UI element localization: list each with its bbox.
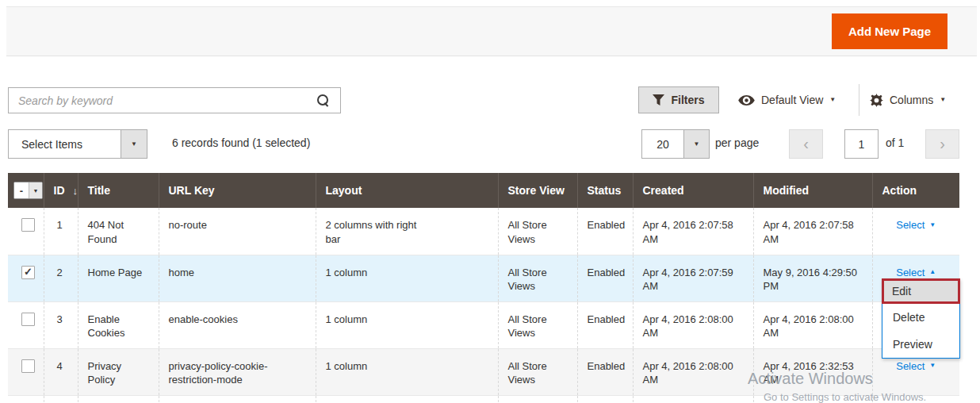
search-icon[interactable] <box>317 94 329 106</box>
row-action-menu: Edit Delete Preview <box>882 278 960 359</box>
chevron-up-icon: ▲ <box>929 269 936 275</box>
per-page-dropdown-button[interactable]: ▼ <box>683 130 709 158</box>
view-selector[interactable]: Default View ▼ <box>738 86 836 113</box>
cell-modified: May 9, 2016 4:29:50 PM <box>753 255 872 301</box>
table-row-selected: ✓ 2 Home Page home 1 column All Store Vi… <box>8 255 959 301</box>
row-action-select[interactable]: Select ▼ <box>882 218 951 232</box>
chevron-down-icon: ▼ <box>929 222 936 228</box>
cell-created: Apr 4, 2016 2:07:58 AM <box>633 208 753 255</box>
columns-selector[interactable]: Columns ▼ <box>870 86 946 113</box>
select-all-dropdown-button[interactable]: ▼ <box>29 182 42 198</box>
cell-layout: 2 columns with right bar <box>316 208 498 255</box>
cell-created: Apr 4, 2016 2:08:00 AM <box>633 348 753 395</box>
column-header-status[interactable]: Status <box>577 173 633 208</box>
filters-button[interactable]: Filters <box>638 86 719 113</box>
menu-item-edit[interactable]: Edit <box>882 278 960 304</box>
cell-store-view: All Store Views <box>498 301 577 348</box>
cell-status: Enabled <box>577 301 633 348</box>
menu-item-delete[interactable]: Delete <box>882 304 959 331</box>
chevron-down-icon: ▼ <box>694 141 700 148</box>
column-header-select-all: - ▼ <box>8 173 44 208</box>
chevron-right-icon: › <box>940 135 945 153</box>
cell-store-view: All Store Views <box>498 255 577 301</box>
per-page-select[interactable]: 20 ▼ <box>641 129 710 159</box>
cell-id: 1 <box>44 208 78 255</box>
column-header-modified[interactable]: Modified <box>753 173 872 208</box>
activate-windows-hint: Go to Settings to activate Windows. <box>764 391 926 403</box>
per-page-label: per page <box>715 136 759 149</box>
activate-windows-watermark: Activate Windows <box>748 370 873 388</box>
table-row: 1 404 Not Found no-route 2 columns with … <box>8 208 959 255</box>
row-checkbox-checked[interactable]: ✓ <box>21 266 35 279</box>
cell-title: Enable Cookies <box>78 301 159 348</box>
columns-selector-label: Columns <box>890 94 933 106</box>
chevron-down-icon: ▼ <box>940 97 946 103</box>
chevron-down-icon: ▼ <box>829 97 836 103</box>
cell-status: Enabled <box>577 348 633 395</box>
cell-title: 404 Not Found <box>78 208 159 255</box>
mass-action-dropdown-button[interactable]: ▼ <box>121 130 147 158</box>
cell-store-view: All Store Views <box>498 348 577 395</box>
filter-funnel-icon <box>653 94 664 106</box>
row-checkbox[interactable] <box>21 313 35 326</box>
keyword-search <box>8 87 341 113</box>
chevron-left-icon: ‹ <box>803 135 809 153</box>
next-page-button[interactable]: › <box>925 129 959 159</box>
toolbar-divider <box>859 84 859 116</box>
cell-id: 2 <box>44 255 78 301</box>
total-pages-label: of 1 <box>886 136 904 149</box>
chevron-down-icon: ▼ <box>33 188 39 194</box>
chevron-down-icon: ▼ <box>131 141 137 148</box>
per-page-value: 20 <box>642 130 683 158</box>
cell-id: 3 <box>44 301 78 348</box>
mass-action-select[interactable]: Select Items ▼ <box>8 129 147 159</box>
cell-title: Home Page <box>78 255 159 301</box>
cell-layout: 1 column <box>316 255 498 301</box>
cell-url-key: enable-cookies <box>159 301 316 348</box>
column-header-action[interactable]: Action <box>872 173 959 208</box>
page-number-input[interactable] <box>844 129 879 159</box>
column-header-layout[interactable]: Layout <box>316 173 498 208</box>
select-all-control[interactable]: - ▼ <box>13 182 43 199</box>
row-checkbox[interactable] <box>21 359 35 373</box>
column-header-store-view[interactable]: Store View <box>498 173 577 208</box>
gear-icon <box>870 94 883 107</box>
cms-pages-grid-screen: Add New Page Filters Default View ▼ Colu… <box>0 0 980 403</box>
column-header-created[interactable]: Created <box>633 173 753 208</box>
sort-descending-icon: ↓ <box>73 185 78 197</box>
cell-status: Enabled <box>577 208 633 255</box>
grid-header-row: - ▼ ID ↓ Title URL Key Layout Store View <box>8 173 959 208</box>
cell-created: Apr 4, 2016 2:07:59 AM <box>633 255 753 301</box>
pages-grid: - ▼ ID ↓ Title URL Key Layout Store View <box>8 173 959 403</box>
row-checkbox[interactable] <box>21 218 35 232</box>
filters-label: Filters <box>671 94 704 106</box>
mass-action-label: Select Items <box>9 130 121 158</box>
cell-layout: 1 column <box>316 301 498 348</box>
eye-icon <box>738 95 755 106</box>
cell-url-key: no-route <box>159 208 316 255</box>
cell-status: Enabled <box>577 255 633 301</box>
cell-modified: Apr 4, 2016 2:07:58 AM <box>753 208 872 255</box>
row-action-select-open[interactable]: Select ▲ <box>882 266 951 280</box>
cell-url-key: home <box>159 255 316 301</box>
menu-item-preview[interactable]: Preview <box>882 331 959 358</box>
cell-id: 4 <box>44 348 78 395</box>
records-summary: 6 records found (1 selected) <box>172 136 310 149</box>
cell-modified: Apr 4, 2016 2:08:00 AM <box>753 301 872 348</box>
cell-layout: 1 column <box>316 348 498 395</box>
view-selector-label: Default View <box>761 94 823 106</box>
column-header-id[interactable]: ID ↓ <box>44 173 78 208</box>
chevron-down-icon: ▼ <box>929 363 936 369</box>
column-header-title[interactable]: Title <box>78 173 159 208</box>
row-action-select[interactable]: Select ▼ <box>882 359 951 374</box>
cell-url-key: privacy-policy-cookie-restriction-mode <box>159 348 316 395</box>
cell-title: Privacy Policy <box>78 348 159 395</box>
search-input[interactable] <box>9 88 317 113</box>
select-all-dash: - <box>14 182 29 198</box>
column-header-url-key[interactable]: URL Key <box>159 173 316 208</box>
cell-store-view: All Store Views <box>498 208 577 255</box>
table-row: 3 Enable Cookies enable-cookies 1 column… <box>8 301 959 348</box>
previous-page-button[interactable]: ‹ <box>789 129 823 159</box>
cell-created: Apr 4, 2016 2:08:00 AM <box>633 301 753 348</box>
add-new-page-button[interactable]: Add New Page <box>832 13 947 49</box>
